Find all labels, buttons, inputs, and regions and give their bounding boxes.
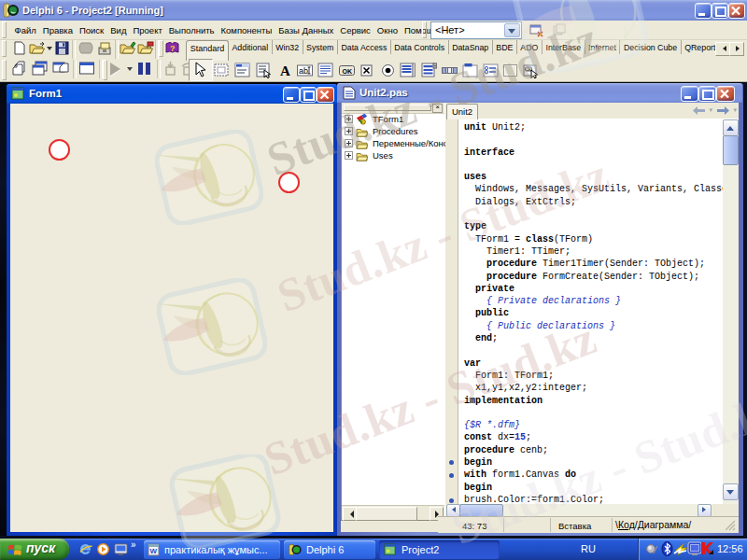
- svg-text:OK: OK: [526, 67, 531, 72]
- svg-text:?: ?: [170, 44, 176, 53]
- svg-text:ab: ab: [299, 66, 308, 76]
- svg-text:A: A: [280, 63, 290, 78]
- svg-text:OK: OK: [343, 68, 353, 75]
- svg-text:W: W: [150, 547, 158, 555]
